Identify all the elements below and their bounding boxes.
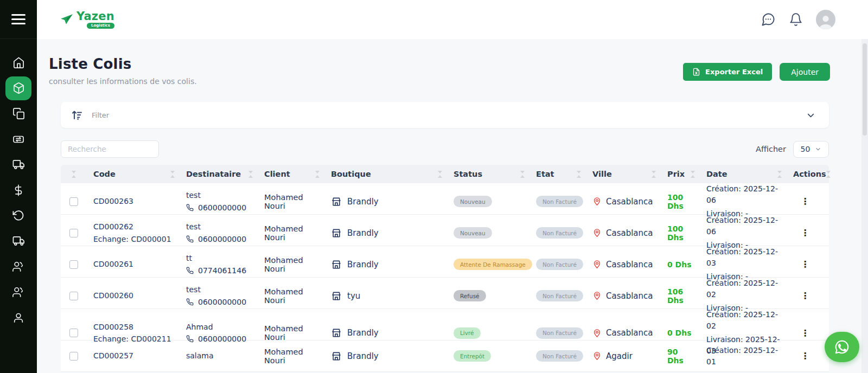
app-window: Yazen Logistics Liste Colis consulter le… <box>0 0 868 373</box>
header-status[interactable]: Status <box>447 165 529 183</box>
user-avatar[interactable] <box>816 10 835 29</box>
whatsapp-button[interactable] <box>825 332 859 362</box>
sidebar-item-equipe[interactable] <box>0 279 37 305</box>
notifications-button[interactable] <box>789 12 803 27</box>
sidebar-item-retours[interactable] <box>0 203 37 228</box>
row-actions-menu[interactable]: ⋮ <box>796 350 814 362</box>
page-size-select[interactable]: 50 <box>793 141 829 158</box>
etat-badge: Non Facturé <box>536 196 583 207</box>
paper-plane-icon <box>60 12 74 27</box>
filter-panel-toggle[interactable]: Filter <box>61 102 829 128</box>
row-checkbox[interactable] <box>69 197 78 206</box>
chevron-down-icon <box>806 110 816 120</box>
colis-code[interactable]: CD000261 <box>93 259 133 269</box>
etat-badge: Non Facturé <box>536 227 583 239</box>
row-checkbox[interactable] <box>69 229 78 237</box>
date-creation: Création: 2025-12-02 <box>706 309 782 332</box>
boutique-name: Brandly <box>347 351 379 361</box>
client-name: Mohamed Nouri <box>258 340 324 371</box>
row-checkbox[interactable] <box>69 329 78 337</box>
export-excel-button[interactable]: Exporter Excel <box>683 63 772 81</box>
sidebar-item-ramassage[interactable] <box>0 152 37 177</box>
sort-icon <box>248 171 253 178</box>
brand-logo[interactable]: Yazen Logistics <box>60 11 114 29</box>
sidebar-item-colis[interactable] <box>0 75 37 101</box>
etat-badge: Non Facturé <box>536 259 583 270</box>
colis-code[interactable]: CD000260 <box>93 291 133 300</box>
hamburger-icon <box>11 14 25 24</box>
chat-button[interactable] <box>761 12 776 27</box>
table-row: CD000257 salama Mohamed Nouri Brandly En… <box>61 340 829 372</box>
destinataire-name: tt <box>186 253 192 263</box>
prix-value: 90 Dhs <box>661 340 700 371</box>
header-etat[interactable]: Etat <box>529 165 586 183</box>
sort-icon <box>777 171 782 178</box>
client-name: Mohamed Nouri <box>258 215 324 251</box>
etat-badge: Non Facturé <box>536 290 583 301</box>
header-actions[interactable]: Actions <box>787 165 829 183</box>
location-pin-icon <box>592 197 602 206</box>
scrollbar[interactable] <box>861 39 868 373</box>
table-row: CD000258 Echange: CD000211 Ahmad 0600000… <box>61 309 829 340</box>
header-boutique[interactable]: Boutique <box>324 165 447 183</box>
store-icon <box>331 228 342 239</box>
row-actions-menu[interactable]: ⋮ <box>796 227 814 239</box>
row-checkbox[interactable] <box>69 260 78 269</box>
colis-code[interactable]: CD000257 <box>93 351 133 361</box>
sidebar-item-profil[interactable] <box>0 305 37 330</box>
menu-toggle-button[interactable] <box>0 0 37 39</box>
sidebar-item-echanges[interactable] <box>0 126 37 152</box>
header-prix[interactable]: Prix <box>661 165 700 183</box>
destinataire-phone: 0774061146 <box>198 266 246 275</box>
sort-icon <box>72 171 76 178</box>
boutique-name: tyu <box>347 291 360 301</box>
sidebar-item-clients[interactable] <box>0 254 37 279</box>
store-icon <box>331 196 342 207</box>
ville-name: Casablanca <box>606 228 653 238</box>
avatar-person-icon <box>818 13 834 29</box>
header-destinataire[interactable]: Destinataire <box>180 165 258 183</box>
row-checkbox[interactable] <box>69 292 78 300</box>
sidebar-nav <box>0 39 37 330</box>
sidebar-item-livraison[interactable] <box>0 228 37 254</box>
header-checkbox-col[interactable] <box>61 165 87 183</box>
search-input[interactable] <box>61 140 159 158</box>
row-actions-menu[interactable]: ⋮ <box>796 195 814 208</box>
header-date[interactable]: Date <box>700 165 787 183</box>
date-creation: Création: 2025-12-01 <box>706 345 782 368</box>
colis-code[interactable]: CD000262 <box>93 222 133 231</box>
truck-icon <box>12 158 25 171</box>
status-badge: Nouveau <box>454 227 492 239</box>
row-checkbox[interactable] <box>69 352 78 361</box>
scrollbar-thumb[interactable] <box>863 43 867 136</box>
boutique-name: Brandly <box>347 260 379 269</box>
prix-value: 100 Dhs <box>661 183 700 220</box>
sidebar-item-documents[interactable] <box>0 101 37 126</box>
row-actions-menu[interactable]: ⋮ <box>796 290 814 302</box>
colis-table: Code Destinataire Client Boutique Status… <box>61 165 829 372</box>
row-actions-menu[interactable]: ⋮ <box>796 258 814 271</box>
store-icon <box>331 259 342 270</box>
ville-name: Agadir <box>606 351 633 361</box>
package-icon <box>12 82 25 94</box>
header-ville[interactable]: Ville <box>586 165 661 183</box>
sidebar-item-home[interactable] <box>0 50 37 75</box>
ville-name: Casablanca <box>606 291 653 301</box>
ville-name: Casablanca <box>606 260 653 269</box>
header-client[interactable]: Client <box>258 165 324 183</box>
home-icon <box>12 56 25 69</box>
main-content: Liste Colis consulter les informations d… <box>37 39 868 373</box>
status-badge: Entrepôt <box>454 350 491 362</box>
location-pin-icon <box>592 228 602 237</box>
row-actions-menu[interactable]: ⋮ <box>796 327 814 339</box>
topbar: Yazen Logistics <box>37 0 868 39</box>
sidebar-item-paiements[interactable] <box>0 177 37 203</box>
sort-icon <box>691 171 695 178</box>
colis-code[interactable]: CD000258 <box>93 322 133 332</box>
colis-code[interactable]: CD000263 <box>93 196 133 206</box>
prix-value: 106 Dhs <box>661 278 700 314</box>
header-code[interactable]: Code <box>87 165 180 183</box>
ville-name: Casablanca <box>606 328 653 338</box>
phone-icon <box>186 204 194 211</box>
add-button[interactable]: Ajouter <box>780 63 830 81</box>
